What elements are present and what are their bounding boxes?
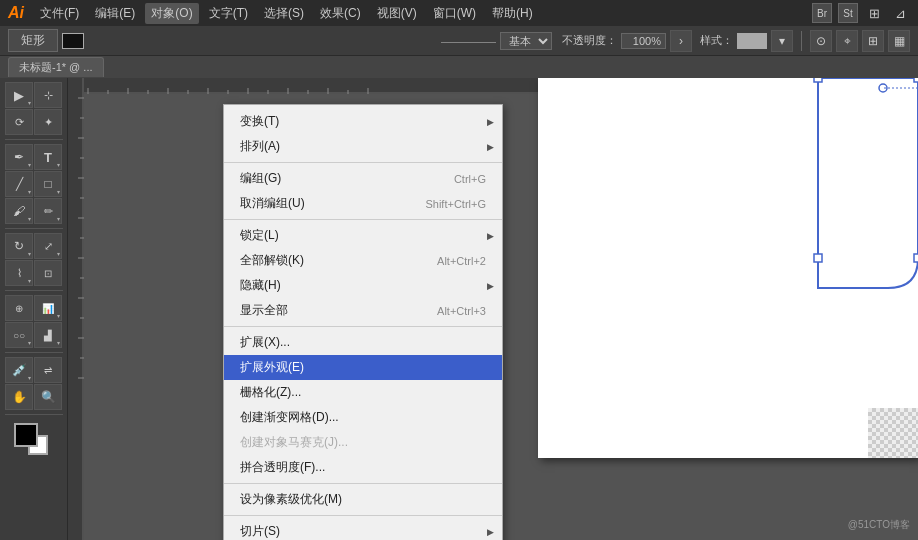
foreground-swatch[interactable] bbox=[14, 423, 38, 447]
grid-icon1[interactable]: ⊞ bbox=[862, 30, 884, 52]
select-arrow: ▾ bbox=[28, 99, 31, 106]
shape-type-label: 矩形 bbox=[8, 29, 58, 52]
grid-icon2[interactable]: ▦ bbox=[888, 30, 910, 52]
bridge-icon[interactable]: Br bbox=[812, 3, 832, 23]
menu-lock[interactable]: 锁定(L) bbox=[224, 223, 502, 248]
menu-transform-label: 变换(T) bbox=[240, 113, 486, 130]
menu-file[interactable]: 文件(F) bbox=[34, 3, 85, 24]
align-icon[interactable]: ⊙ bbox=[810, 30, 832, 52]
menu-expand-appearance[interactable]: 扩展外观(E) bbox=[224, 355, 502, 380]
zoom-tool[interactable]: 🔍 bbox=[34, 384, 62, 410]
menu-ungroup-label: 取消编组(U) bbox=[240, 195, 405, 212]
doc-tab[interactable]: 未标题-1* @ ... bbox=[8, 57, 104, 77]
menu-ungroup[interactable]: 取消编组(U) Shift+Ctrl+G bbox=[224, 191, 502, 216]
menu-help[interactable]: 帮助(H) bbox=[486, 3, 539, 24]
menu-unlock-all[interactable]: 全部解锁(K) Alt+Ctrl+2 bbox=[224, 248, 502, 273]
scale-tool[interactable]: ⤢ ▾ bbox=[34, 233, 62, 259]
magic-wand-tool[interactable]: ✦ bbox=[34, 109, 62, 135]
svg-rect-17 bbox=[68, 78, 84, 540]
menu-slice[interactable]: 切片(S) bbox=[224, 519, 502, 540]
menu-hide[interactable]: 隐藏(H) bbox=[224, 273, 502, 298]
symbol-arrow: ▾ bbox=[28, 339, 31, 346]
menu-sep-2 bbox=[224, 219, 502, 220]
menu-flatten-label: 拼合透明度(F)... bbox=[240, 459, 486, 476]
chart-tool[interactable]: 📊 ▾ bbox=[34, 295, 62, 321]
pencil-tool[interactable]: ✏ ▾ bbox=[34, 198, 62, 224]
menu-effect[interactable]: 效果(C) bbox=[314, 3, 367, 24]
rect-tool[interactable]: □ ▾ bbox=[34, 171, 62, 197]
menu-show-all[interactable]: 显示全部 Alt+Ctrl+3 bbox=[224, 298, 502, 323]
ruler-left bbox=[68, 78, 84, 540]
menu-sep-3 bbox=[224, 326, 502, 327]
style-preview[interactable] bbox=[737, 33, 767, 49]
canvas-area[interactable]: @51CTO博客 变换(T) 排列(A) 编组(G) Ctrl+G 取消编组(U… bbox=[68, 78, 918, 540]
warp-icon: ⌇ bbox=[17, 267, 22, 280]
snap-icon[interactable]: ⌖ bbox=[836, 30, 858, 52]
layout-icon[interactable]: ⊞ bbox=[864, 3, 884, 23]
menu-rasterize[interactable]: 栅格化(Z)... bbox=[224, 380, 502, 405]
object-menu: 变换(T) 排列(A) 编组(G) Ctrl+G 取消编组(U) Shift+C… bbox=[223, 104, 503, 540]
menu-rasterize-label: 栅格化(Z)... bbox=[240, 384, 486, 401]
line-tool[interactable]: ╱ ▾ bbox=[5, 171, 33, 197]
free-transform-tool[interactable]: ⊡ bbox=[34, 260, 62, 286]
sync-icon[interactable]: ⊿ bbox=[890, 3, 910, 23]
style-arrow[interactable]: ▾ bbox=[771, 30, 793, 52]
svg-rect-36 bbox=[914, 254, 918, 262]
menu-transform[interactable]: 变换(T) bbox=[224, 109, 502, 134]
rect-icon: □ bbox=[44, 177, 51, 191]
menu-view[interactable]: 视图(V) bbox=[371, 3, 423, 24]
tool-row-3: ✒ ▾ T ▾ bbox=[5, 144, 62, 170]
style-label: 样式： bbox=[700, 33, 733, 48]
stroke-style-select[interactable]: 基本 bbox=[500, 32, 552, 50]
tool-sep-2 bbox=[5, 228, 63, 229]
tool-row-7: ⌇ ▾ ⊡ bbox=[5, 260, 62, 286]
rotate-tool[interactable]: ↻ ▾ bbox=[5, 233, 33, 259]
tool-row-6: ↻ ▾ ⤢ ▾ bbox=[5, 233, 62, 259]
menu-show-all-shortcut: Alt+Ctrl+3 bbox=[437, 305, 486, 317]
menu-window[interactable]: 窗口(W) bbox=[427, 3, 482, 24]
menu-expand[interactable]: 扩展(X)... bbox=[224, 330, 502, 355]
hand-tool[interactable]: ✋ bbox=[5, 384, 33, 410]
ai-logo: Ai bbox=[8, 5, 24, 21]
menu-arrange[interactable]: 排列(A) bbox=[224, 134, 502, 159]
pen-tool[interactable]: ✒ ▾ bbox=[5, 144, 33, 170]
menu-flatten[interactable]: 拼合透明度(F)... bbox=[224, 455, 502, 480]
blend-tool[interactable]: ⇌ bbox=[34, 357, 62, 383]
opacity-arrow[interactable]: › bbox=[670, 30, 692, 52]
menu-object[interactable]: 对象(O) bbox=[145, 3, 198, 24]
menu-ungroup-shortcut: Shift+Ctrl+G bbox=[425, 198, 486, 210]
menu-gradient-mesh[interactable]: 创建渐变网格(D)... bbox=[224, 405, 502, 430]
column-graph-tool[interactable]: ▟ ▾ bbox=[34, 322, 62, 348]
symbol-tool[interactable]: ○○ ▾ bbox=[5, 322, 33, 348]
menu-unlock-shortcut: Alt+Ctrl+2 bbox=[437, 255, 486, 267]
menu-sep-5 bbox=[224, 515, 502, 516]
eyedropper-tool[interactable]: 💉 ▾ bbox=[5, 357, 33, 383]
chart-arrow: ▾ bbox=[57, 312, 60, 319]
menu-pixel-optimize[interactable]: 设为像素级优化(M) bbox=[224, 487, 502, 512]
stock-icon[interactable]: St bbox=[838, 3, 858, 23]
shape-builder-tool[interactable]: ⊕ bbox=[5, 295, 33, 321]
free-transform-icon: ⊡ bbox=[44, 268, 52, 279]
lasso-tool[interactable]: ⟳ bbox=[5, 109, 33, 135]
menu-create-envelope: 创建对象马赛克(J)... bbox=[224, 430, 502, 455]
menu-type[interactable]: 文字(T) bbox=[203, 3, 254, 24]
tool-sep-5 bbox=[5, 414, 63, 415]
select-tool[interactable]: ▶ ▾ bbox=[5, 82, 33, 108]
paintbrush-tool[interactable]: 🖌 ▾ bbox=[5, 198, 33, 224]
menu-group[interactable]: 编组(G) Ctrl+G bbox=[224, 166, 502, 191]
menu-select[interactable]: 选择(S) bbox=[258, 3, 310, 24]
paintbrush-arrow: ▾ bbox=[28, 215, 31, 222]
column-graph-icon: ▟ bbox=[44, 330, 52, 341]
type-tool[interactable]: T ▾ bbox=[34, 144, 62, 170]
svg-rect-34 bbox=[814, 78, 822, 82]
color-swatches bbox=[14, 423, 54, 459]
blend-icon: ⇌ bbox=[44, 365, 52, 376]
direct-select-tool[interactable]: ⊹ bbox=[34, 82, 62, 108]
stroke-color-box[interactable] bbox=[62, 33, 84, 49]
opacity-label: 不透明度： bbox=[562, 33, 617, 48]
menu-edit[interactable]: 编辑(E) bbox=[89, 3, 141, 24]
zoom-icon: 🔍 bbox=[41, 390, 56, 404]
warp-tool[interactable]: ⌇ ▾ bbox=[5, 260, 33, 286]
toolbar-sep1 bbox=[801, 31, 802, 51]
opacity-input[interactable] bbox=[621, 33, 666, 49]
